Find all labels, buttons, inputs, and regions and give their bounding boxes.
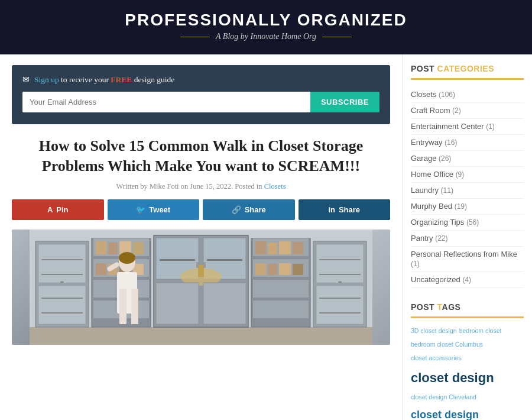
- category-count: (26): [439, 154, 451, 163]
- share-label: Share: [245, 205, 266, 214]
- tags-container: 3D closet design bedroom closet bedroom …: [411, 325, 524, 420]
- svg-rect-48: [316, 244, 364, 283]
- category-link[interactable]: Home Office (9): [411, 170, 464, 179]
- tag-link[interactable]: closet design Cleveland: [411, 392, 476, 403]
- meta-category-link[interactable]: Closets: [264, 182, 286, 190]
- article-meta: Written by Mike Foti on June 15, 2022. P…: [12, 182, 390, 191]
- sidebar: POST CATEGORIES Closets (106)Craft Room …: [402, 54, 532, 420]
- signup-link[interactable]: Sign up: [34, 75, 59, 84]
- category-count: (4): [462, 276, 471, 284]
- category-link[interactable]: Entertainment Center (1): [411, 122, 495, 131]
- category-count: (19): [455, 202, 467, 211]
- category-count: (1): [411, 260, 420, 268]
- svg-rect-15: [96, 241, 106, 254]
- share-icon: 🔗: [232, 205, 241, 214]
- share-button[interactable]: 🔗 Share: [203, 199, 295, 220]
- svg-rect-53: [319, 312, 361, 314]
- subscribe-label: ✉ Sign up to receive your FREE design gu…: [22, 75, 379, 85]
- svg-rect-41: [279, 241, 291, 254]
- tweet-label: Tweet: [149, 205, 170, 214]
- category-link[interactable]: Organizing Tips (56): [411, 218, 479, 227]
- categories-title: POST CATEGORIES: [411, 64, 524, 80]
- list-item: Laundry (11): [411, 183, 524, 199]
- category-link[interactable]: Entryway (16): [411, 138, 457, 147]
- categories-highlight: CATEGORIES: [437, 64, 495, 73]
- category-link[interactable]: Closets (106): [411, 90, 455, 99]
- list-item: Uncategorized (4): [411, 272, 524, 288]
- category-list: Closets (106)Craft Room (2)Entertainment…: [411, 87, 524, 288]
- tag-link[interactable]: closet design Columbus: [411, 405, 524, 420]
- meta-text: Written by Mike Foti on June 15, 2022. P…: [116, 182, 262, 190]
- category-count: (9): [456, 170, 465, 179]
- article-image: [12, 230, 390, 345]
- list-item: Entryway (16): [411, 135, 524, 151]
- svg-rect-7: [41, 298, 83, 299]
- svg-rect-27: [207, 259, 242, 261]
- svg-rect-31: [203, 283, 246, 324]
- category-count: (11): [441, 186, 453, 195]
- closet-illustration: [12, 230, 390, 345]
- subscribe-button[interactable]: SUBSCRIBE: [310, 92, 379, 112]
- twitter-icon: 🐦: [136, 205, 145, 214]
- svg-rect-5: [41, 259, 83, 260]
- svg-rect-9: [60, 282, 64, 283]
- svg-rect-32: [196, 262, 199, 268]
- svg-rect-52: [319, 298, 361, 299]
- tag-link[interactable]: bedroom closet Columbus: [411, 339, 483, 350]
- label-suffix: design guide: [134, 75, 175, 84]
- list-item: Pantry (22): [411, 231, 524, 247]
- tag-link[interactable]: 3D closet design: [411, 325, 457, 337]
- category-link[interactable]: Murphy Bed (19): [411, 202, 467, 211]
- svg-rect-58: [131, 289, 138, 324]
- svg-rect-57: [119, 289, 126, 324]
- list-item: Entertainment Center (1): [411, 119, 524, 135]
- svg-rect-29: [198, 265, 204, 277]
- category-link[interactable]: Pantry (22): [411, 234, 448, 243]
- svg-point-59: [119, 252, 135, 264]
- list-item: Murphy Bed (19): [411, 199, 524, 215]
- page-layout: ✉ Sign up to receive your FREE design gu…: [0, 54, 532, 420]
- tags-highlight: T: [437, 302, 442, 312]
- svg-rect-4: [38, 286, 86, 324]
- category-link[interactable]: Laundry (11): [411, 186, 453, 195]
- svg-rect-51: [319, 274, 361, 275]
- category-link[interactable]: Personal Reflections from Mike (1): [411, 250, 517, 268]
- category-count: (1): [486, 122, 495, 131]
- category-link[interactable]: Garage (26): [411, 154, 451, 163]
- subscribe-text: Sign up to receive your FREE design guid…: [34, 75, 174, 85]
- list-item: Garage (26): [411, 151, 524, 167]
- svg-rect-49: [316, 286, 364, 324]
- tag-link[interactable]: closet design: [411, 366, 494, 390]
- pin-label: Pin: [56, 205, 68, 214]
- tag-link[interactable]: closet accessories: [411, 353, 462, 364]
- list-item: Closets (106): [411, 87, 524, 103]
- svg-rect-19: [96, 263, 106, 275]
- svg-rect-6: [41, 274, 83, 275]
- subtitle-text: A Blog by Innovate Home Org: [216, 32, 316, 41]
- svg-rect-37: [253, 280, 309, 298]
- svg-rect-50: [319, 259, 361, 260]
- svg-rect-40: [268, 243, 277, 254]
- svg-rect-30: [156, 283, 199, 324]
- list-item: Craft Room (2): [411, 103, 524, 119]
- svg-rect-38: [253, 301, 309, 318]
- envelope-icon: ✉: [22, 75, 30, 85]
- category-link[interactable]: Uncategorized (4): [411, 275, 471, 284]
- tag-link[interactable]: bedroom closet: [459, 325, 502, 337]
- linkedin-icon: in: [328, 205, 335, 214]
- svg-rect-39: [255, 241, 266, 254]
- site-header: PROFESSIONALLY ORGANIZED A Blog by Innov…: [0, 0, 532, 54]
- pin-button[interactable]: A Pin: [12, 199, 104, 220]
- category-count: (16): [445, 138, 457, 147]
- svg-rect-43: [255, 263, 266, 275]
- svg-rect-46: [293, 264, 303, 275]
- svg-rect-16: [108, 243, 118, 254]
- list-item: Home Office (9): [411, 167, 524, 183]
- email-input[interactable]: [22, 92, 310, 112]
- category-link[interactable]: Craft Room (2): [411, 106, 461, 115]
- linkedin-label: Share: [339, 205, 360, 214]
- svg-rect-44: [268, 264, 277, 275]
- linkedin-button[interactable]: in Share: [299, 199, 391, 220]
- tweet-button[interactable]: 🐦 Tweet: [108, 199, 200, 220]
- svg-rect-3: [38, 244, 86, 283]
